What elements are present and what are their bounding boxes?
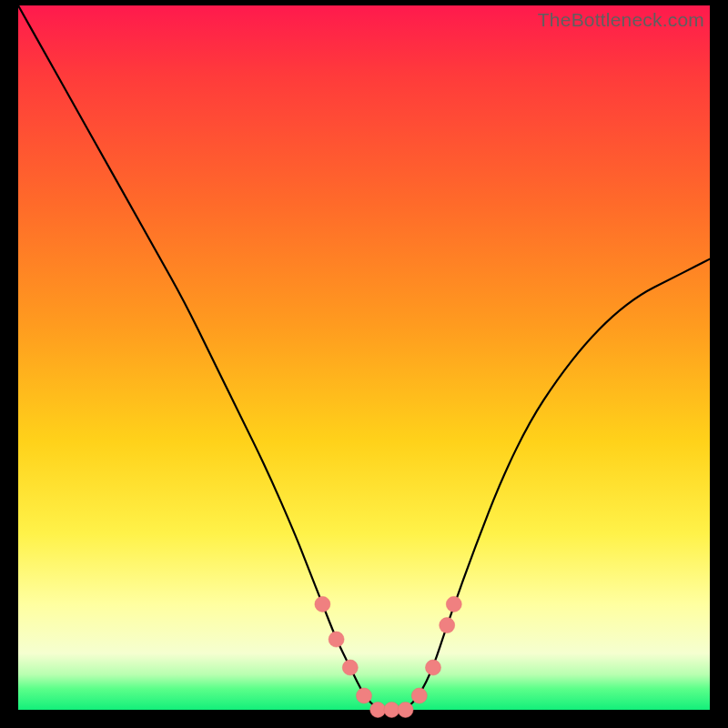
highlight-dot [398, 703, 413, 718]
highlight-dot [370, 703, 386, 718]
highlight-dots-group [315, 596, 461, 717]
highlight-dot [315, 596, 330, 612]
highlight-dot [384, 703, 399, 718]
highlight-dot [411, 688, 427, 703]
highlight-dot [446, 596, 461, 612]
highlight-dot [440, 618, 455, 633]
bottleneck-curve-path [18, 5, 710, 710]
bottleneck-curve-svg [18, 5, 710, 710]
highlight-dot [342, 660, 358, 675]
chart-frame: TheBottleneck.com [18, 5, 710, 710]
highlight-dot [426, 660, 441, 675]
highlight-dot [329, 632, 344, 647]
highlight-dot [357, 688, 372, 703]
